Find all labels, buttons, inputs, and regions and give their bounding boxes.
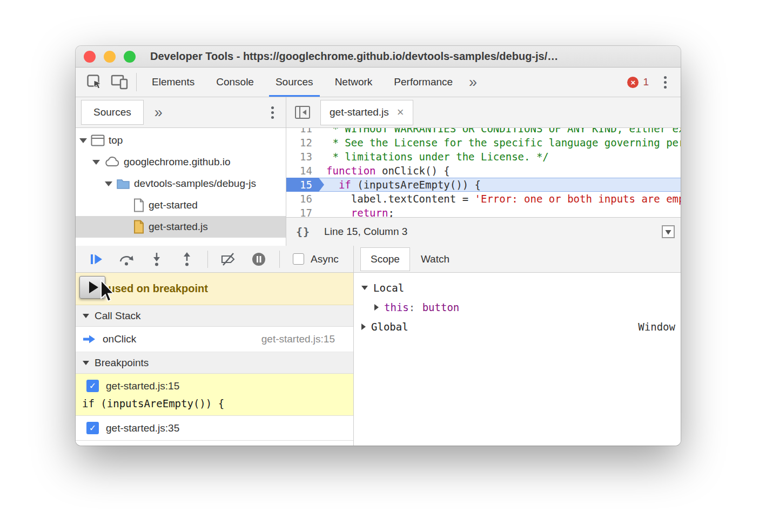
tree-item-label: get-started xyxy=(149,199,198,211)
tree-item-top[interactable]: top xyxy=(76,130,286,151)
scope-local-row[interactable]: Local xyxy=(354,278,681,298)
collapse-triangle-icon[interactable] xyxy=(83,314,89,318)
minimize-window-button[interactable] xyxy=(104,51,116,63)
breakpoint-label: get-started.js:35 xyxy=(106,422,179,434)
toolbar-separator xyxy=(207,251,208,268)
script-file-icon xyxy=(133,220,145,234)
code-text: * limitations under the License. */ xyxy=(319,150,681,164)
mouse-cursor-icon xyxy=(98,279,113,303)
code-line: 16 label.textContent = 'Error: one or bo… xyxy=(286,192,681,206)
tab-elements-label: Elements xyxy=(152,76,194,88)
code-line-current: 15 if (inputsAreEmpty()) { xyxy=(286,178,681,192)
code-text: label.textContent = 'Error: one or both … xyxy=(319,192,681,206)
line-number[interactable]: 17 xyxy=(286,206,319,217)
expand-triangle-icon[interactable] xyxy=(92,160,100,165)
device-toolbar-icon[interactable] xyxy=(107,71,132,93)
deactivate-breakpoints-button[interactable] xyxy=(213,248,244,271)
toggle-navigator-icon[interactable] xyxy=(294,105,311,120)
tree-item-get-started[interactable]: get-started xyxy=(76,194,286,216)
tab-console[interactable]: Console xyxy=(205,68,265,97)
scope-global-label: Global xyxy=(371,321,408,333)
scope-this-row[interactable]: this: button xyxy=(354,298,681,317)
code-text: if (inputsAreEmpty()) { xyxy=(319,178,681,192)
close-window-button[interactable] xyxy=(84,51,96,63)
more-panels-chevron-icon[interactable]: » xyxy=(464,75,482,90)
desktop-background: Developer Tools - https://googlechrome.g… xyxy=(0,0,759,532)
line-number[interactable]: 16 xyxy=(286,192,319,206)
breakpoint-checkbox[interactable]: ✓ xyxy=(86,422,99,434)
line-number[interactable]: 13 xyxy=(286,150,319,164)
tree-item-get-started-js[interactable]: get-started.js xyxy=(76,216,286,238)
step-into-button[interactable] xyxy=(142,248,172,271)
pretty-print-icon[interactable]: {} xyxy=(296,225,310,238)
tab-scope-label: Scope xyxy=(371,253,400,265)
expand-triangle-icon[interactable] xyxy=(374,304,379,311)
line-number[interactable]: 12 xyxy=(286,136,319,150)
editor-file-tab-label: get-started.js xyxy=(330,106,389,118)
call-stack-location[interactable]: get-started.js:15 xyxy=(261,333,335,345)
code-line: 17 return; xyxy=(286,206,681,217)
editor-file-tab[interactable]: get-started.js × xyxy=(320,100,413,125)
code-line: 12 * See the License for the specific la… xyxy=(286,136,681,150)
frame-icon xyxy=(91,134,105,146)
execution-pointer-line-number[interactable]: 15 xyxy=(286,178,319,192)
pause-on-exceptions-button[interactable] xyxy=(244,248,274,271)
toolbar-separator xyxy=(279,251,280,268)
collapse-triangle-icon[interactable] xyxy=(361,286,368,290)
call-stack-header[interactable]: Call Stack xyxy=(76,305,353,327)
breakpoint-entry[interactable]: ✓ get-started.js:35 xyxy=(76,416,353,441)
tree-item-label: top xyxy=(109,134,123,146)
breakpoint-checkbox[interactable]: ✓ xyxy=(86,380,99,392)
navigator-tab-sources[interactable]: Sources xyxy=(81,100,144,125)
main-menu-kebab-icon[interactable] xyxy=(661,74,670,91)
close-tab-icon[interactable]: × xyxy=(397,106,404,118)
paused-banner: Paused on breakpoint xyxy=(76,273,353,305)
title-bar[interactable]: Developer Tools - https://googlechrome.g… xyxy=(76,46,681,68)
inspect-icon[interactable] xyxy=(82,71,107,93)
tab-network[interactable]: Network xyxy=(324,68,384,97)
zoom-window-button[interactable] xyxy=(124,51,136,63)
tree-item-domain[interactable]: googlechrome.github.io xyxy=(76,151,286,173)
code-editor[interactable]: 11 * WITHOUT WARRANTIES OR CONDITIONS OF… xyxy=(286,128,681,217)
expand-triangle-icon[interactable] xyxy=(361,324,366,330)
breakpoint-entry-active[interactable]: ✓ get-started.js:15 if (inputsAreEmpty()… xyxy=(76,374,353,416)
resume-script-button[interactable] xyxy=(81,248,111,271)
step-over-button[interactable] xyxy=(111,248,142,271)
code-text: function onClick() { xyxy=(319,164,681,178)
tab-performance-label: Performance xyxy=(394,76,453,88)
tab-scope[interactable]: Scope xyxy=(360,247,410,271)
expand-triangle-icon[interactable] xyxy=(79,138,87,143)
panel-dropdown-icon[interactable] xyxy=(661,225,675,239)
breakpoints-header[interactable]: Breakpoints xyxy=(76,352,353,374)
step-out-button[interactable] xyxy=(172,248,202,271)
scope-body: Local this: button Global Window xyxy=(354,273,681,446)
tab-performance[interactable]: Performance xyxy=(383,68,464,97)
collapse-triangle-icon[interactable] xyxy=(83,361,89,365)
window-title: Developer Tools - https://googlechrome.g… xyxy=(150,50,558,63)
file-tree: top googlechrome.github.io xyxy=(76,128,286,246)
scope-separator: : xyxy=(409,301,415,313)
call-stack-frame[interactable]: onClick get-started.js:15 xyxy=(76,327,353,352)
navigator-more-chevron-icon[interactable]: » xyxy=(155,105,163,120)
line-number[interactable]: 14 xyxy=(286,164,319,178)
tree-item-label: googlechrome.github.io xyxy=(124,156,231,168)
tab-network-label: Network xyxy=(335,76,373,88)
tree-item-folder[interactable]: devtools-samples/debug-js xyxy=(76,173,286,194)
expand-triangle-icon[interactable] xyxy=(105,181,112,186)
scope-global-value: Window xyxy=(638,321,675,333)
tab-sources[interactable]: Sources xyxy=(265,68,324,97)
sources-top-row: Sources » top xyxy=(76,97,681,246)
navigator-menu-kebab-icon[interactable] xyxy=(268,104,277,121)
async-checkbox-group[interactable]: Async xyxy=(293,253,339,265)
cloud-icon xyxy=(104,156,120,168)
scope-global-row[interactable]: Global Window xyxy=(354,317,681,336)
editor-status-bar: {} Line 15, Column 3 xyxy=(286,217,681,246)
tab-elements[interactable]: Elements xyxy=(141,68,205,97)
tab-watch[interactable]: Watch xyxy=(419,253,452,265)
async-checkbox[interactable] xyxy=(293,253,304,265)
navigator-pane: Sources » top xyxy=(76,97,286,246)
line-number[interactable]: 11 xyxy=(286,128,319,136)
navigator-tab-sources-label: Sources xyxy=(93,106,131,118)
error-badge[interactable]: × 1 xyxy=(627,76,649,88)
tree-item-label: devtools-samples/debug-js xyxy=(134,178,256,190)
